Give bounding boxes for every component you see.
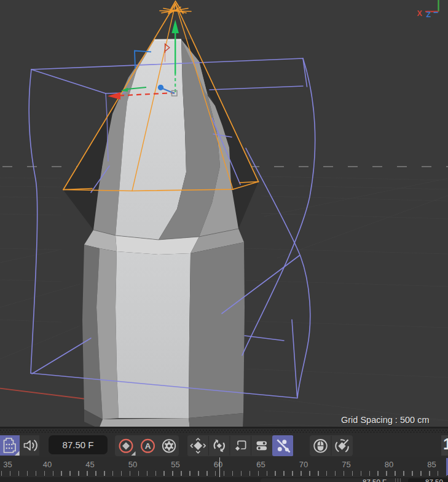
svg-text:Z: Z bbox=[426, 10, 431, 19]
svg-text:Grid Spacing : 500 cm: Grid Spacing : 500 cm bbox=[341, 415, 429, 425]
svg-text:A: A bbox=[144, 441, 151, 451]
svg-text:X: X bbox=[417, 9, 423, 18]
